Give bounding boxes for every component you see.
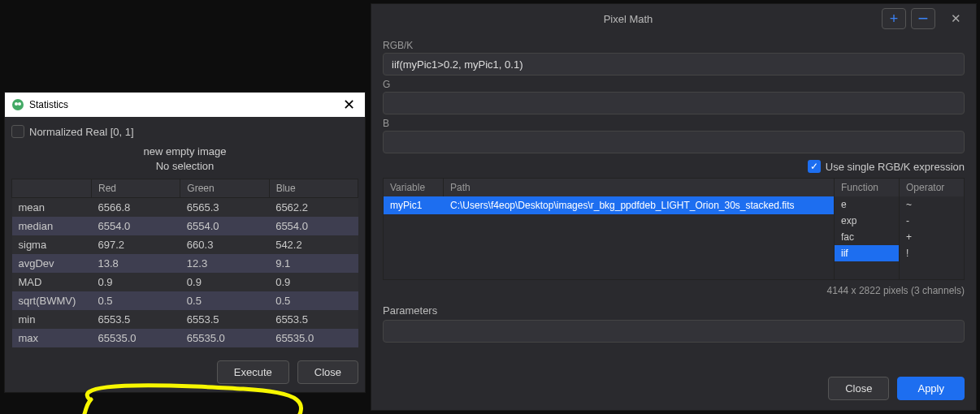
operator-item[interactable]: - [900, 213, 964, 229]
function-item[interactable]: exp [835, 213, 899, 229]
app-icon [11, 98, 24, 111]
variable-path: C:\Users\f4eop\Desktop\images\r_bkg_ppdf… [444, 196, 834, 214]
col-blue: Blue [269, 179, 358, 198]
use-single-rgbk-row[interactable]: ✓ Use single RGB/K expression [383, 160, 965, 173]
close-button[interactable]: Close [828, 377, 889, 400]
pixelmath-body: RGB/K G B ✓ Use single RGB/K expression … [371, 33, 976, 410]
checkbox-checked-icon[interactable]: ✓ [808, 160, 821, 173]
col-path: Path [444, 179, 834, 196]
statistics-subtitle1: new empty image [11, 144, 358, 159]
table-row: max65535.065535.065535.0 [12, 329, 358, 347]
operator-item[interactable]: ~ [900, 196, 964, 213]
rgbk-expression-input[interactable] [383, 53, 965, 75]
variables-list: Variable Path myPic1 C:\Users\f4eop\Desk… [384, 179, 834, 279]
close-icon[interactable]: ✕ [943, 8, 968, 29]
statistics-titlebar[interactable]: Statistics ✕ [5, 93, 365, 117]
remove-button[interactable]: − [911, 8, 935, 29]
operator-item[interactable]: + [900, 229, 964, 245]
normalized-real-checkbox-row[interactable]: Normalized Real [0, 1] [11, 125, 358, 138]
table-row: median6554.06554.06554.0 [12, 217, 358, 235]
statistics-table: Red Green Blue mean6566.86565.36562.2 me… [11, 179, 358, 347]
close-button[interactable]: Close [297, 360, 358, 384]
normalized-real-label: Normalized Real [0, 1] [29, 126, 134, 138]
variables-panel: Variable Path myPic1 C:\Users\f4eop\Desk… [383, 178, 965, 280]
variable-row[interactable]: myPic1 C:\Users\f4eop\Desktop\images\r_b… [384, 196, 834, 214]
parameters-input[interactable] [383, 320, 965, 343]
statistics-subtitle2: No selection [11, 159, 358, 174]
g-expression-input[interactable] [383, 92, 965, 114]
function-item[interactable]: fac [835, 229, 899, 245]
table-row: mean6566.86565.36562.2 [12, 198, 358, 218]
variable-name: myPic1 [384, 196, 444, 214]
statistics-button-row: Execute Close [5, 352, 365, 392]
function-item-selected[interactable]: iif [835, 245, 899, 261]
function-item[interactable]: e [835, 196, 899, 213]
image-dimensions: 4144 x 2822 pixels (3 channels) [383, 280, 965, 304]
variables-header: Variable Path [384, 179, 834, 196]
checkbox-icon[interactable] [11, 125, 24, 138]
apply-button[interactable]: Apply [897, 377, 965, 400]
statistics-title: Statistics [29, 99, 340, 110]
operator-header: Operator [900, 179, 964, 196]
col-green: Green [180, 179, 269, 198]
table-row: sigma697.2660.3542.2 [12, 235, 358, 254]
use-single-rgbk-label: Use single RGB/K expression [826, 161, 965, 173]
g-label: G [383, 79, 965, 90]
execute-button[interactable]: Execute [217, 360, 289, 384]
parameters-label: Parameters [383, 304, 965, 317]
variables-empty-area [384, 214, 834, 279]
col-red: Red [92, 179, 180, 198]
statistics-window: Statistics ✕ Normalized Real [0, 1] new … [4, 92, 366, 393]
close-icon[interactable]: ✕ [340, 96, 358, 114]
rgbk-label: RGB/K [383, 40, 965, 51]
table-header-row: Red Green Blue [12, 179, 358, 198]
pixelmath-title: Pixel Math [379, 13, 877, 25]
pixelmath-window: Pixel Math + − ✕ RGB/K G B ✓ Use single … [371, 3, 977, 411]
function-header: Function [835, 179, 899, 196]
col-variable: Variable [384, 179, 444, 196]
table-row: sqrt(BWMV)0.50.50.5 [12, 291, 358, 310]
svg-point-1 [15, 102, 18, 106]
table-row: avgDev13.812.39.1 [12, 254, 358, 273]
operator-item[interactable]: ! [900, 245, 964, 261]
pixelmath-titlebar[interactable]: Pixel Math + − ✕ [371, 4, 976, 33]
svg-point-2 [18, 102, 21, 106]
operator-list: Operator ~ - + ! [899, 179, 964, 279]
add-button[interactable]: + [882, 8, 906, 29]
pixelmath-footer: Close Apply [383, 367, 965, 410]
col-empty [12, 179, 92, 198]
b-label: B [383, 118, 965, 129]
function-list: Function e exp fac iif [834, 179, 899, 279]
statistics-body: Normalized Real [0, 1] new empty image N… [5, 117, 365, 352]
table-row: min6553.56553.56553.5 [12, 310, 358, 329]
b-expression-input[interactable] [383, 131, 965, 153]
table-row: MAD0.90.90.9 [12, 273, 358, 291]
svg-point-0 [12, 99, 24, 110]
